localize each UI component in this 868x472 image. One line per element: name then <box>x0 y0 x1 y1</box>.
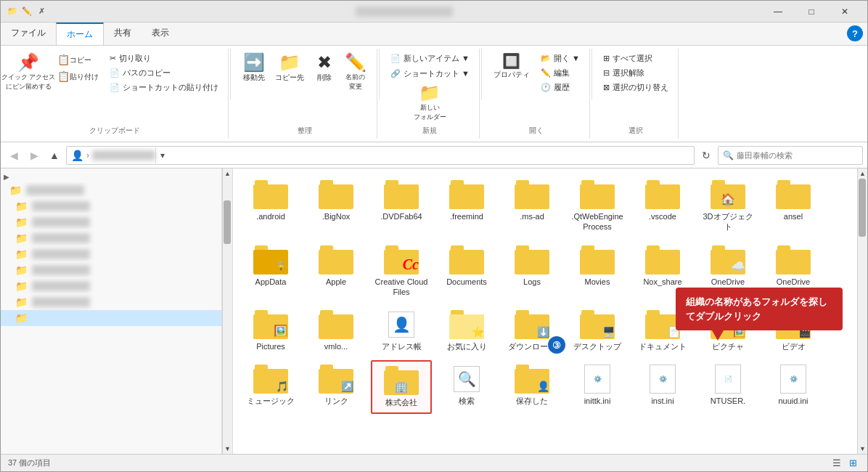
file-label: .QtWebEngineProcess <box>570 211 625 232</box>
sidebar-scroll-up[interactable]: ▲ <box>223 168 232 179</box>
list-item[interactable]: Logs <box>501 241 562 302</box>
new-folder-button[interactable]: 📁 新しいフォルダー <box>387 82 473 124</box>
list-item[interactable]: ⭐ お気に入り <box>436 306 497 356</box>
folder-free-icon <box>449 180 484 209</box>
list-item[interactable]: .ms-ad <box>501 176 562 237</box>
path-text <box>92 150 155 160</box>
list-item[interactable]: Movies <box>567 241 628 302</box>
close-button[interactable]: ✕ <box>828 1 861 23</box>
copy-path-button[interactable]: 📄 パスのコピー <box>106 66 222 80</box>
folder-icon-8: 📁 <box>15 296 28 308</box>
refresh-button[interactable]: ↻ <box>697 147 715 164</box>
list-item[interactable]: 🖼️ Pictures <box>240 306 301 356</box>
sidebar-item-9[interactable]: 📁 <box>1 310 221 326</box>
delete-button[interactable]: ✖ 削除 <box>310 52 339 85</box>
list-item[interactable]: Cc Creative Cloud Files <box>371 241 432 302</box>
history-button[interactable]: 🕐 履歴 <box>537 81 584 94</box>
folder-onedrive2-icon <box>776 245 811 274</box>
paste-shortcut-button[interactable]: 📄 ショートカットの貼り付け <box>106 81 222 94</box>
invert-select-button[interactable]: ⊠ 選択の切り替え <box>599 81 672 94</box>
tab-share[interactable]: 共有 <box>104 23 142 45</box>
address-dropdown-button[interactable]: ▾ <box>155 146 170 165</box>
list-item[interactable]: 👤 保存した <box>501 360 562 413</box>
list-item[interactable]: Apple <box>306 241 367 302</box>
list-view-button[interactable]: ☰ <box>830 456 844 471</box>
tab-view[interactable]: 表示 <box>142 23 179 45</box>
sidebar-item-5[interactable]: 📁 <box>1 246 221 262</box>
item-label-8 <box>32 297 90 307</box>
grid-view-button[interactable]: ⊞ <box>846 456 860 471</box>
back-button[interactable]: ◀ <box>5 147 22 164</box>
list-item[interactable]: .android <box>240 176 301 237</box>
sidebar-item-4[interactable]: 📁 <box>1 230 221 246</box>
list-item[interactable]: .vscode <box>632 176 693 237</box>
list-item[interactable]: ↗️ リンク <box>306 360 367 413</box>
deselect-icon: ⊟ <box>603 68 610 78</box>
list-item[interactable]: 🔒 AppData <box>240 241 301 302</box>
sidebar-scroll-down[interactable]: ▼ <box>223 444 232 454</box>
file-ntuser-icon: 📄 <box>711 365 745 394</box>
search-input[interactable] <box>737 151 858 160</box>
sidebar-item-8[interactable]: 📁 <box>1 294 221 310</box>
open-icon: 📂 <box>541 54 551 63</box>
file-label: .ms-ad <box>520 211 544 221</box>
quick-access-button[interactable]: 📌 クイック アクセスにピン留めする <box>7 52 50 94</box>
edit-button[interactable]: ✏️ 編集 <box>537 66 584 80</box>
address-path[interactable]: 👤 › ▾ <box>66 146 695 165</box>
list-item[interactable]: .DVDFab64 <box>371 176 432 237</box>
list-item[interactable]: 🖥️ デスクトップ <box>567 306 628 356</box>
sidebar-item-3[interactable]: 📁 <box>1 214 221 230</box>
move-to-button[interactable]: ➡️ 移動先 <box>239 52 269 85</box>
search-icon: 🔍 <box>723 150 734 160</box>
select-all-button[interactable]: ⊞ すべて選択 <box>599 52 672 65</box>
list-item[interactable]: ansel <box>763 176 824 237</box>
sidebar-item-1[interactable]: 📁 <box>1 182 221 198</box>
paste-shortcut-icon: 📄 <box>110 83 120 92</box>
list-item[interactable]: 🏠 3Dオブジェクト <box>697 176 758 237</box>
invert-label: 選択の切り替え <box>613 82 668 93</box>
up-button[interactable]: ▲ <box>46 147 63 164</box>
sidebar-scroll-thumb[interactable] <box>224 200 231 244</box>
open-button[interactable]: 📂 開く ▼ <box>537 52 584 65</box>
copy-to-button[interactable]: 📁 コピー先 <box>271 52 308 85</box>
sidebar-expand-btn[interactable]: ▶ <box>1 171 221 182</box>
properties-button[interactable]: 🔲 プロパティ <box>489 52 534 124</box>
tab-home[interactable]: ホーム <box>56 23 104 45</box>
cut-button[interactable]: ✂ 切り取り <box>106 52 222 65</box>
list-item[interactable]: ⚙️ inst.ini <box>632 360 693 413</box>
tab-file[interactable]: ファイル <box>1 23 56 45</box>
list-item[interactable]: 🔍 検索 <box>436 360 497 413</box>
list-item[interactable]: .QtWebEngineProcess <box>567 176 628 237</box>
copy-button[interactable]: 📋 コピー <box>53 52 103 68</box>
new-item-button[interactable]: 📄 新しいアイテム ▼ <box>387 52 473 65</box>
list-item[interactable]: .freemind <box>436 176 497 237</box>
file-label: OneDrive <box>711 277 745 287</box>
list-item-company[interactable]: 🏢 株式会社 <box>371 360 432 413</box>
list-item[interactable]: vmlo... <box>306 306 367 356</box>
sidebar-item-7[interactable]: 📁 <box>1 278 221 294</box>
list-item[interactable]: Documents <box>436 241 497 302</box>
deselect-button[interactable]: ⊟ 選択解除 <box>599 66 672 80</box>
file-scroll-up[interactable]: ▲ <box>858 168 867 179</box>
new-shortcut-button[interactable]: 🔗 ショートカット ▼ <box>387 67 473 81</box>
minimize-button[interactable]: — <box>761 1 795 23</box>
list-item[interactable]: .BigNox <box>306 176 367 237</box>
forward-button[interactable]: ▶ <box>25 147 43 164</box>
list-item[interactable]: 📄 NTUSER. <box>697 360 758 413</box>
folder-desktop-icon: 🖥️ <box>580 310 615 339</box>
list-item[interactable]: ⚙️ nuuid.ini <box>763 360 824 413</box>
list-item[interactable]: 👤 アドレス帳 <box>371 306 432 356</box>
paste-button[interactable]: 📋 貼り付け <box>53 68 103 84</box>
file-scroll-thumb[interactable] <box>859 179 866 237</box>
sidebar-item-2[interactable]: 📁 <box>1 198 221 214</box>
maximize-button[interactable]: □ <box>795 1 828 23</box>
rename-button[interactable]: ✏️ 名前の変更 <box>340 52 371 94</box>
file-label: vmlo... <box>324 341 348 351</box>
list-item[interactable]: 🎵 ミュージック <box>240 360 301 413</box>
sidebar-item-6[interactable]: 📁 <box>1 262 221 278</box>
help-button[interactable]: ? <box>847 25 863 41</box>
file-scroll-down[interactable]: ▼ <box>858 444 867 454</box>
history-label: 履歴 <box>554 82 570 93</box>
list-item[interactable]: ⚙️ inittk.ini <box>567 360 628 413</box>
file-label: Apple <box>326 277 346 287</box>
